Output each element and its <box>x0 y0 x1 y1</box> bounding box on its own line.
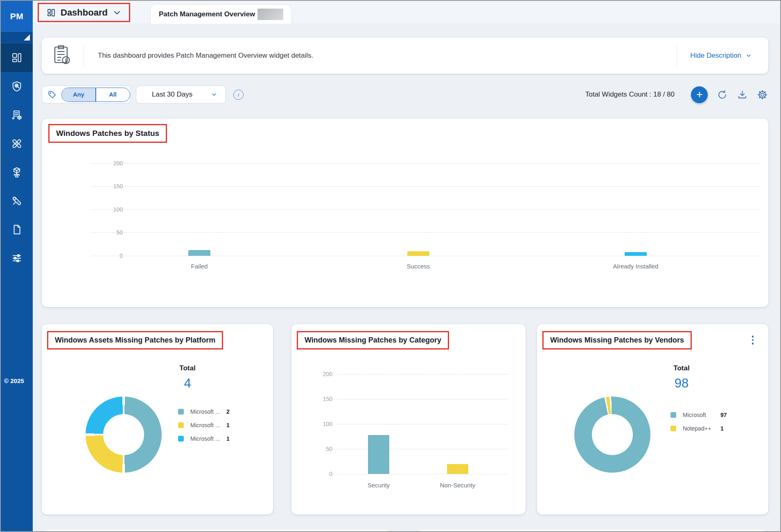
sidebar-item-settings[interactable] <box>1 244 33 273</box>
collapse-arrow-icon[interactable] <box>24 34 30 41</box>
widget-title: Windows Missing Patches by Vendors <box>550 336 684 345</box>
sidebar-item-dashboard[interactable] <box>1 43 33 72</box>
sidebar-item-deployment[interactable] <box>1 158 33 187</box>
info-icon[interactable]: i <box>233 90 244 100</box>
shield-scan-icon <box>11 81 23 92</box>
x-category-label: Non-Security <box>413 482 503 489</box>
donut-chart-platform[interactable] <box>86 397 162 473</box>
gear-icon <box>757 89 768 100</box>
dashboard-description-bar: This dashboard provides Patch Management… <box>42 38 768 74</box>
widget-title: Windows Patches by Status <box>56 129 159 138</box>
tab-label: Patch Management Overview <box>159 10 255 18</box>
gridline <box>91 186 760 187</box>
sidebar-nav <box>1 43 33 273</box>
total-value: 4 <box>163 376 212 391</box>
legend-label: Microsoft ... <box>190 435 226 442</box>
settings-button[interactable] <box>757 89 768 100</box>
gridline <box>91 163 760 164</box>
legend: Microsoft ... 2 Microsoft ... 1 Microsof… <box>178 405 230 445</box>
sidebar: PM <box>1 1 33 531</box>
gridline <box>337 399 508 399</box>
bar-non-security[interactable] <box>447 464 468 474</box>
gridline <box>91 232 760 233</box>
gridline <box>337 424 508 424</box>
sidebar-item-documents[interactable] <box>1 215 33 244</box>
annotation-box: Windows Assets Missing Patches by Platfo… <box>47 331 223 349</box>
menu-label: Dashboard <box>61 7 108 18</box>
download-button[interactable] <box>737 89 748 100</box>
total-block: Total 98 <box>657 364 706 391</box>
deployment-icon <box>11 167 23 178</box>
date-range-dropdown[interactable]: Last 30 Days <box>136 86 226 104</box>
dashboard-grid-icon <box>46 8 56 18</box>
app-logo[interactable]: PM <box>1 1 33 32</box>
total-label: Total <box>657 364 706 372</box>
legend-swatch <box>178 436 184 442</box>
partial-widget-card <box>43 530 391 532</box>
dashboard-description-text: This dashboard provides Patch Management… <box>98 52 313 60</box>
sidebar-item-scan[interactable] <box>1 72 33 101</box>
x-category-label: Already Installed <box>591 263 681 270</box>
settings-sliders-icon <box>11 252 23 264</box>
annotation-box: Windows Missing Patches by Vendors <box>542 331 692 349</box>
sidebar-item-tools[interactable] <box>1 187 33 215</box>
y-tick: 0 <box>308 471 332 477</box>
legend-swatch <box>178 409 184 415</box>
legend-value: 1 <box>720 425 724 432</box>
legend-value: 97 <box>720 412 727 418</box>
bar-already-installed[interactable] <box>625 252 647 256</box>
widget-title: Windows Assets Missing Patches by Platfo… <box>55 336 215 345</box>
divider <box>84 44 84 68</box>
widget-menu-kebab-icon[interactable] <box>748 334 757 346</box>
refresh-button[interactable] <box>717 89 728 100</box>
y-tick: 150 <box>308 396 332 402</box>
add-widget-button[interactable] <box>691 86 708 103</box>
sidebar-item-patches[interactable] <box>1 129 33 158</box>
total-label: Total <box>163 364 212 372</box>
any-all-toggle: Any All <box>61 88 130 102</box>
dashboard-icon <box>11 52 23 63</box>
legend-value: 1 <box>226 435 230 442</box>
widget-title: Windows Missing Patches by Category <box>305 336 441 345</box>
filter-toolbar: Any All Last 30 Days i Total Widgets Cou… <box>42 86 768 104</box>
gridline <box>337 449 508 449</box>
legend-item[interactable]: Notepad++ 1 <box>670 422 727 435</box>
widget-missing-patches-by-vendors: Windows Missing Patches by Vendors Total… <box>537 324 768 514</box>
tools-icon <box>11 195 23 207</box>
annotation-box: Windows Missing Patches by Category <box>297 331 449 349</box>
y-tick: 50 <box>308 446 332 452</box>
legend-item[interactable]: Microsoft ... 2 <box>178 405 230 418</box>
legend-swatch <box>670 426 676 431</box>
legend-item[interactable]: Microsoft ... 1 <box>178 432 230 445</box>
x-axis-line <box>337 474 508 474</box>
x-axis-line <box>91 256 760 256</box>
partial-widget-card <box>415 530 768 532</box>
hide-description-link[interactable]: Hide Description <box>677 52 768 60</box>
bar-failed[interactable] <box>188 250 210 256</box>
legend-item[interactable]: Microsoft ... 1 <box>178 418 230 432</box>
sidebar-item-reports[interactable] <box>1 101 33 129</box>
logo-text: PM <box>10 11 24 21</box>
tab-patch-management-overview[interactable]: Patch Management Overview <box>150 4 292 24</box>
legend-item[interactable]: Microsoft 97 <box>670 408 727 422</box>
widget-windows-patches-by-status: Windows Patches by Status 200 150 100 50… <box>42 119 768 307</box>
dashboard-menu-dropdown[interactable]: Dashboard <box>38 3 130 22</box>
tag-icon[interactable] <box>47 90 56 99</box>
gridline <box>337 374 508 374</box>
bar-security[interactable] <box>368 435 389 474</box>
sidebar-collapse-band <box>1 32 33 43</box>
y-tick: 100 <box>308 421 332 427</box>
widget-missing-patches-by-platform: Windows Assets Missing Patches by Platfo… <box>42 324 273 514</box>
bar-success[interactable] <box>407 251 429 256</box>
top-bar: Dashboard Patch Management Overview <box>33 1 780 23</box>
app-window: PM <box>0 0 781 532</box>
donut-chart-vendors[interactable] <box>574 397 650 473</box>
toggle-any[interactable]: Any <box>62 88 95 101</box>
chevron-down-icon <box>745 52 752 59</box>
toggle-all[interactable]: All <box>96 88 130 101</box>
widgets-count-text: Total Widgets Count : 18 / 80 <box>585 90 675 99</box>
legend-value: 2 <box>226 408 230 415</box>
chevron-down-icon <box>211 91 217 98</box>
tag-filter-group: Any All <box>42 86 131 104</box>
legend-label: Microsoft <box>683 412 720 418</box>
